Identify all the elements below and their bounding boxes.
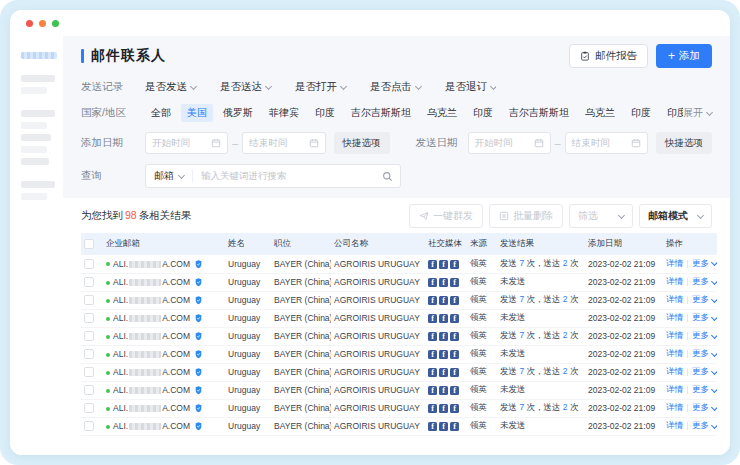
facebook-icon[interactable]: f [428,422,437,431]
mail-report-button[interactable]: 邮件报告 [569,44,648,68]
row-checkbox[interactable] [84,295,94,305]
region-option[interactable]: 印度 [467,104,499,122]
facebook-icon[interactable]: f [439,422,448,431]
sidebar-item[interactable] [21,181,55,188]
email-verified-icon[interactable] [195,386,202,395]
row-checkbox[interactable] [84,403,94,413]
facebook-icon[interactable]: f [450,278,459,287]
more-link[interactable]: 更多 [692,312,717,324]
detail-link[interactable]: 详情 [666,258,683,268]
region-option[interactable]: 菲律宾 [263,104,305,122]
send-date-end-input[interactable]: 结束时间 [565,132,648,154]
sidebar-item[interactable] [21,158,49,165]
facebook-icon[interactable]: f [439,368,448,377]
window-close-button[interactable] [26,20,33,27]
row-checkbox[interactable] [84,259,94,269]
facebook-icon[interactable]: f [450,404,459,413]
email-verified-icon[interactable] [195,368,202,377]
email-verified-icon[interactable] [195,314,202,323]
facebook-icon[interactable]: f [450,314,459,323]
filter-dropdown[interactable]: 是否打开 [295,80,346,94]
facebook-icon[interactable]: f [428,404,437,413]
facebook-icon[interactable]: f [439,332,448,341]
region-option[interactable]: 乌克兰 [421,104,463,122]
facebook-icon[interactable]: f [439,314,448,323]
region-option[interactable]: 乌克兰 [579,104,621,122]
facebook-icon[interactable]: f [428,368,437,377]
more-link[interactable]: 更多 [692,366,717,378]
facebook-icon[interactable]: f [450,422,459,431]
send-date-start-input[interactable]: 开始时间 [468,132,551,154]
facebook-icon[interactable]: f [428,278,437,287]
facebook-icon[interactable]: f [450,368,459,377]
detail-link[interactable]: 详情 [666,348,683,358]
region-option[interactable]: 吉尔吉斯斯坦 [345,104,417,122]
select-all-checkbox[interactable] [84,239,94,249]
bulk-delete-button[interactable]: 批量删除 [489,204,563,228]
detail-link[interactable]: 详情 [666,420,683,430]
region-option[interactable]: 全部 [145,104,177,122]
facebook-icon[interactable]: f [428,314,437,323]
row-checkbox[interactable] [84,277,94,287]
email-verified-icon[interactable] [195,260,202,269]
region-option[interactable]: 印度 [309,104,341,122]
sidebar-item[interactable] [21,87,47,94]
detail-link[interactable]: 详情 [666,276,683,286]
more-link[interactable]: 更多 [692,384,717,396]
sidebar-item[interactable] [21,110,55,117]
facebook-icon[interactable]: f [428,296,437,305]
more-link[interactable]: 更多 [692,258,717,270]
filter-dropdown[interactable]: 是否退订 [445,80,496,94]
sidebar-item[interactable] [21,193,47,200]
search-input[interactable]: 输入关键词进行搜索 [193,170,382,183]
row-checkbox[interactable] [84,421,94,431]
expand-toggle[interactable]: 展开 [683,106,712,120]
email-verified-icon[interactable] [195,404,202,413]
detail-link[interactable]: 详情 [666,366,683,376]
filter-dropdown[interactable]: 是否发送 [145,80,196,94]
detail-link[interactable]: 详情 [666,294,683,304]
email-verified-icon[interactable] [195,350,202,359]
filter-dropdown[interactable]: 是否送达 [220,80,271,94]
email-verified-icon[interactable] [195,278,202,287]
sidebar-item-active[interactable] [21,52,57,59]
facebook-icon[interactable]: f [439,404,448,413]
detail-link[interactable]: 详情 [666,384,683,394]
search-field-select[interactable]: 邮箱 [146,169,193,183]
facebook-icon[interactable]: f [439,260,448,269]
more-link[interactable]: 更多 [692,420,717,432]
more-link[interactable]: 更多 [692,276,717,288]
row-checkbox[interactable] [84,385,94,395]
add-date-start-input[interactable]: 开始时间 [145,132,228,154]
facebook-icon[interactable]: f [428,332,437,341]
region-option[interactable]: 印度 [661,104,683,122]
facebook-icon[interactable]: f [450,260,459,269]
more-link[interactable]: 更多 [692,402,717,414]
more-link[interactable]: 更多 [692,330,717,342]
window-zoom-button[interactable] [52,20,59,27]
filter-select[interactable]: 筛选 [569,204,633,228]
sidebar-item[interactable] [21,146,47,153]
row-checkbox[interactable] [84,313,94,323]
facebook-icon[interactable]: f [428,350,437,359]
facebook-icon[interactable]: f [439,386,448,395]
email-verified-icon[interactable] [195,332,202,341]
facebook-icon[interactable]: f [439,296,448,305]
send-date-quick-button[interactable]: 快捷选项 [656,132,712,154]
mode-select[interactable]: 邮箱模式 [639,204,712,228]
sidebar-item[interactable] [21,134,51,141]
detail-link[interactable]: 详情 [666,330,683,340]
row-checkbox[interactable] [84,331,94,341]
bulk-send-button[interactable]: 一键群发 [409,204,483,228]
facebook-icon[interactable]: f [428,260,437,269]
region-option[interactable]: 吉尔吉斯斯坦 [503,104,575,122]
facebook-icon[interactable]: f [439,350,448,359]
email-verified-icon[interactable] [195,422,202,431]
detail-link[interactable]: 详情 [666,312,683,322]
region-option[interactable]: 美国 [181,104,213,122]
region-option[interactable]: 印度 [625,104,657,122]
facebook-icon[interactable]: f [450,296,459,305]
more-link[interactable]: 更多 [692,294,717,306]
more-link[interactable]: 更多 [692,348,717,360]
search-icon[interactable] [382,171,393,182]
